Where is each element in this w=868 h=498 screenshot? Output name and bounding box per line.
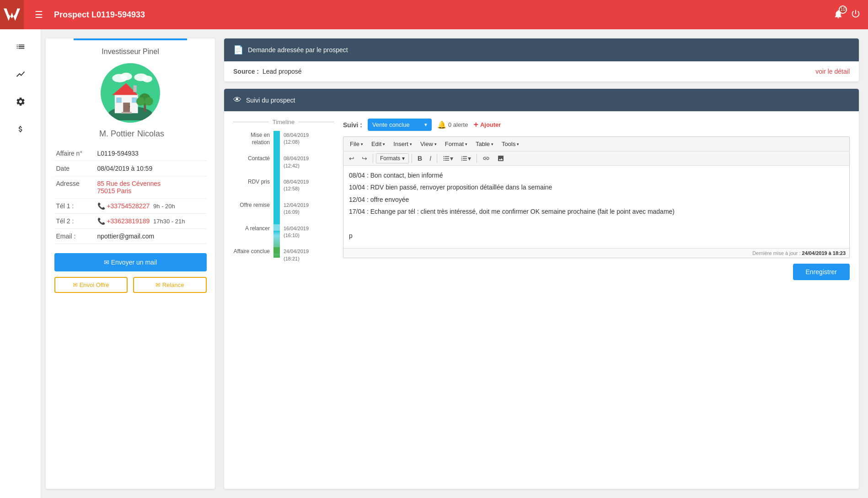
arrow-icon: ▾ bbox=[465, 142, 467, 146]
menu-format[interactable]: Format ▾ bbox=[441, 139, 471, 149]
prospect-card: Investisseur Pinel bbox=[46, 38, 215, 489]
editor-content[interactable]: 08/04 : Bon contact, bien informé 10/04 … bbox=[343, 166, 849, 248]
suivi-title: Suivi du prospect bbox=[246, 97, 295, 104]
suivi-card: 👁 Suivi du prospect Timeline bbox=[224, 89, 859, 489]
svg-marker-0 bbox=[4, 9, 20, 21]
field-label: Affaire n° bbox=[54, 146, 96, 161]
link-button[interactable] bbox=[480, 153, 493, 163]
field-label: Adresse bbox=[54, 176, 96, 199]
phone1[interactable]: 📞 +33754528227 bbox=[97, 202, 150, 210]
svg-rect-9 bbox=[123, 103, 130, 113]
field-value: 📞 +33623819189 17h30 - 21h bbox=[96, 214, 207, 229]
bullet-list-icon bbox=[443, 155, 450, 162]
relance-button[interactable]: ✉ Relance bbox=[133, 277, 207, 293]
field-value: 85 Rue des Cévennes75015 Paris bbox=[96, 176, 207, 199]
image-button[interactable] bbox=[494, 153, 507, 163]
dollar-icon bbox=[16, 124, 25, 134]
editor-menubar: File ▾ Edit ▾ Insert ▾ View ▾ Format ▾ T… bbox=[343, 137, 849, 152]
last-update-value: 24/04/2019 à 18:23 bbox=[802, 250, 846, 256]
send-mail-button[interactable]: ✉ Envoyer un mail bbox=[54, 253, 207, 271]
sidebar-item-list[interactable] bbox=[12, 38, 29, 55]
add-button[interactable]: + Ajouter bbox=[473, 120, 501, 130]
menu-table[interactable]: Table ▾ bbox=[472, 139, 497, 149]
step-dot bbox=[273, 154, 280, 161]
sidebar bbox=[0, 29, 41, 498]
svg-rect-17 bbox=[133, 85, 136, 92]
select-wrapper: Vente conclue En cours Perdu A relancer … bbox=[368, 119, 432, 131]
field-value: npottier@gmail.com bbox=[96, 229, 207, 244]
field-label: Email : bbox=[54, 229, 96, 244]
menu-edit[interactable]: Edit ▾ bbox=[368, 139, 389, 149]
step-dot bbox=[273, 131, 280, 137]
prospect-name: M. PottierNicolas bbox=[46, 128, 215, 139]
info-table: Affaire n° L0119-594933 Date 08/04/2019 … bbox=[54, 146, 207, 244]
step-dot bbox=[273, 224, 280, 231]
suivi-header: 👁 Suivi du prospect bbox=[224, 89, 859, 111]
num-list-button[interactable]: ▾ bbox=[458, 153, 474, 163]
detail-link[interactable]: voir le détail bbox=[815, 68, 850, 75]
arrow-icon: ▾ bbox=[491, 142, 493, 146]
notification-button[interactable]: 10 bbox=[833, 9, 843, 21]
suivi-body: Timeline Mise en relation 08/04/2019(12:… bbox=[224, 111, 859, 293]
separator bbox=[477, 154, 477, 163]
power-button[interactable] bbox=[851, 9, 861, 21]
menu-file[interactable]: File ▾ bbox=[346, 139, 367, 149]
source-label: Source : bbox=[233, 68, 259, 75]
content: Investisseur Pinel bbox=[41, 29, 868, 498]
field-value: 📞 +33754528227 9h - 20h bbox=[96, 199, 207, 214]
field-value: 08/04/2019 à 10:59 bbox=[96, 161, 207, 176]
menu-view[interactable]: View ▾ bbox=[417, 139, 440, 149]
field-label: Tél 2 : bbox=[54, 214, 96, 229]
table-row: Tél 1 : 📞 +33754528227 9h - 20h bbox=[54, 199, 207, 214]
envoi-offre-button[interactable]: ✉ Envoi Offre bbox=[54, 277, 128, 293]
undo-button[interactable]: ↩ bbox=[346, 153, 357, 163]
menu-insert[interactable]: Insert ▾ bbox=[390, 139, 416, 149]
page-title: Prospect L0119-594933 bbox=[54, 10, 826, 20]
last-update-label: Dernière mise à jour : bbox=[752, 250, 800, 256]
num-list-icon bbox=[461, 155, 468, 162]
editor-statusbar: Dernière mise à jour : 24/04/2019 à 18:2… bbox=[343, 248, 849, 258]
bullet-list-button[interactable]: ▾ bbox=[440, 153, 456, 163]
address-link[interactable]: 85 Rue des Cévennes75015 Paris bbox=[97, 180, 161, 195]
avatar-container bbox=[46, 63, 215, 123]
redo-button[interactable]: ↪ bbox=[359, 153, 370, 163]
separator bbox=[412, 154, 412, 163]
house-illustration bbox=[103, 65, 158, 120]
arrow-icon: ▾ bbox=[383, 142, 385, 146]
formats-dropdown[interactable]: Formats ▾ bbox=[376, 153, 409, 163]
italic-button[interactable]: I bbox=[427, 153, 434, 163]
svg-rect-22 bbox=[122, 112, 132, 114]
image-icon bbox=[497, 155, 504, 162]
sidebar-item-finance[interactable] bbox=[12, 121, 29, 137]
demand-body: Source : Lead proposé voir le détail bbox=[224, 61, 859, 81]
suivi-editor-area: Suivi : Vente conclue En cours Perdu A r… bbox=[343, 119, 850, 286]
chart-icon bbox=[16, 69, 26, 79]
bold-button[interactable]: B bbox=[415, 153, 425, 163]
plus-icon: + bbox=[473, 120, 478, 130]
save-row: Enregistrer bbox=[343, 258, 850, 286]
table-row: Adresse 85 Rue des Cévennes75015 Paris bbox=[54, 176, 207, 199]
save-button[interactable]: Enregistrer bbox=[793, 264, 850, 280]
notification-badge: 10 bbox=[839, 5, 847, 14]
timeline-step: Affaire conclue 24/04/2019(18:21) bbox=[233, 247, 334, 262]
suivi-select[interactable]: Vente conclue En cours Perdu A relancer bbox=[368, 119, 432, 131]
table-row: Email : npottier@gmail.com bbox=[54, 229, 207, 244]
demand-title: Demande adressée par le prospect bbox=[248, 46, 348, 54]
field-label: Date bbox=[54, 161, 96, 176]
arrow-icon: ▾ bbox=[410, 142, 412, 146]
step-dot bbox=[273, 201, 280, 207]
sidebar-item-analytics[interactable] bbox=[12, 66, 29, 82]
add-label: Ajouter bbox=[480, 121, 501, 128]
timeline-step: Mise en relation 08/04/2019(12:08) bbox=[233, 131, 334, 146]
phone2[interactable]: 📞 +33623819189 bbox=[97, 217, 150, 225]
action-buttons: ✉ Envoi Offre ✉ Relance bbox=[46, 277, 215, 293]
suivi-label: Suivi : bbox=[343, 121, 362, 129]
sidebar-item-settings[interactable] bbox=[12, 93, 29, 110]
logo bbox=[0, 0, 24, 29]
menu-icon[interactable]: ☰ bbox=[35, 9, 43, 20]
bell-icon: 🔔 bbox=[437, 120, 446, 129]
svg-point-5 bbox=[142, 76, 152, 82]
link-icon bbox=[482, 155, 490, 162]
alert-button[interactable]: 🔔 0 alerte bbox=[437, 120, 468, 129]
menu-tools[interactable]: Tools ▾ bbox=[498, 139, 523, 149]
